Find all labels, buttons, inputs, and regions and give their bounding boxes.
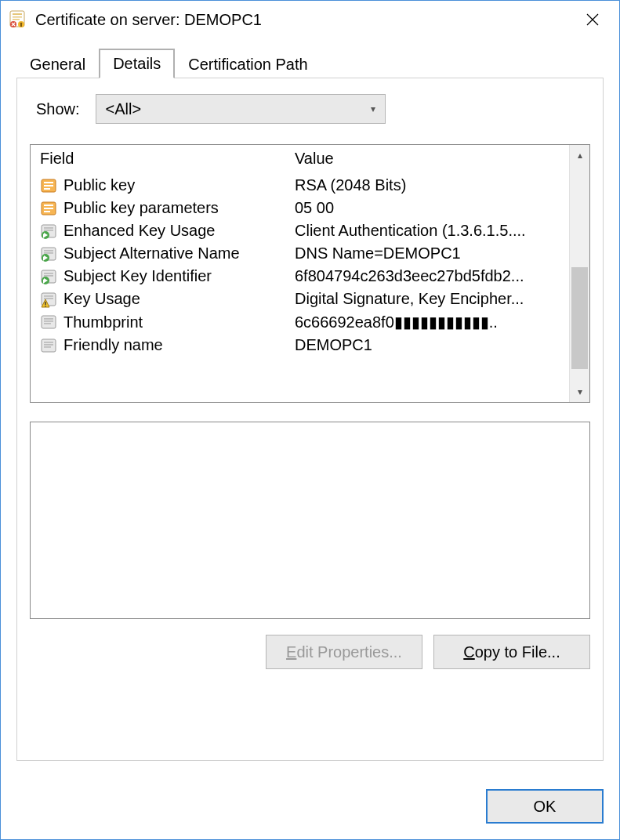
list-item[interactable]: Friendly nameDEMOPC1	[34, 334, 566, 357]
tab-details[interactable]: Details	[99, 49, 175, 78]
tab-certification-path[interactable]: Certification Path	[175, 50, 321, 78]
content-area: General Details Certification Path Show:…	[1, 38, 619, 777]
svg-rect-40	[45, 306, 45, 306]
svg-rect-47	[44, 344, 53, 346]
svg-rect-48	[44, 346, 51, 348]
svg-rect-31	[44, 273, 53, 274]
svg-rect-36	[44, 295, 53, 297]
show-label: Show:	[36, 100, 80, 118]
list-item[interactable]: Subject Alternative NameDNS Name=DEMOPC1	[34, 242, 566, 265]
svg-rect-27	[44, 252, 53, 254]
row-value: 6c66692ea8f0▮▮▮▮▮▮▮▮▮▮▮..	[295, 313, 560, 331]
field-list-rows: Public keyRSA (2048 Bits)Public key para…	[31, 174, 569, 357]
row-field: Key Usage	[63, 290, 295, 308]
cert-ext-green-icon	[40, 245, 57, 262]
svg-rect-3	[13, 19, 20, 20]
tab-strip: General Details Certification Path	[16, 46, 604, 78]
row-field: Public key	[63, 176, 295, 194]
cert-ext-plain-icon	[40, 337, 57, 354]
row-field: Friendly name	[63, 336, 295, 354]
row-field: Thumbprint	[63, 313, 295, 331]
cert-ext-warn-icon	[40, 291, 57, 308]
cert-ext-orange-icon	[40, 177, 57, 194]
svg-rect-13	[44, 182, 53, 183]
svg-rect-22	[44, 230, 53, 231]
svg-rect-17	[44, 205, 53, 206]
list-item[interactable]: Subject Key Identifier6f804794c263d3eec2…	[34, 265, 566, 288]
title-bar: Certificate on server: DEMOPC1	[1, 1, 619, 38]
window-title: Certificate on server: DEMOPC1	[35, 11, 575, 29]
cert-ext-plain-icon	[40, 313, 57, 331]
field-list: Field Value Public keyRSA (2048 Bits)Pub…	[30, 144, 590, 403]
cert-ext-green-icon	[40, 268, 57, 285]
show-select[interactable]: <All> ▾	[96, 94, 386, 124]
row-value: RSA (2048 Bits)	[295, 176, 560, 194]
svg-rect-43	[44, 320, 53, 322]
scroll-down-icon[interactable]: ▾	[570, 382, 589, 402]
show-select-value: <All>	[106, 100, 371, 118]
row-value: DEMOPC1	[295, 336, 560, 354]
cert-ext-green-icon	[40, 223, 57, 240]
svg-rect-42	[44, 318, 53, 320]
svg-rect-19	[44, 211, 50, 212]
chevron-down-icon: ▾	[371, 103, 375, 114]
close-button[interactable]	[575, 7, 610, 32]
svg-rect-41	[42, 316, 56, 328]
row-field: Subject Key Identifier	[63, 267, 295, 285]
dialog-footer: OK	[1, 777, 619, 839]
list-item[interactable]: Key UsageDigital Signature, Key Encipher…	[34, 288, 566, 310]
cert-ext-orange-icon	[40, 200, 57, 217]
svg-rect-1	[13, 13, 22, 15]
svg-rect-2	[13, 16, 22, 18]
svg-rect-18	[44, 208, 53, 209]
svg-rect-45	[42, 339, 56, 352]
svg-point-8	[20, 23, 23, 25]
svg-rect-32	[44, 275, 53, 277]
svg-rect-39	[45, 302, 45, 305]
list-item[interactable]: Public keyRSA (2048 Bits)	[34, 174, 566, 197]
row-field: Subject Alternative Name	[63, 244, 295, 262]
details-panel: Show: <All> ▾ Field Value Public keyRSA …	[16, 78, 604, 761]
svg-rect-9	[20, 24, 22, 27]
svg-rect-14	[44, 185, 53, 186]
ok-button[interactable]: OK	[486, 789, 604, 824]
copy-to-file-button[interactable]: Copy to File...	[433, 635, 590, 669]
list-item[interactable]: Public key parameters05 00	[34, 197, 566, 219]
panel-buttons: Edit Properties... Copy to File...	[30, 635, 590, 669]
scroll-track[interactable]	[570, 165, 589, 382]
field-list-main: Field Value Public keyRSA (2048 Bits)Pub…	[31, 145, 569, 402]
svg-rect-15	[44, 188, 50, 190]
svg-rect-21	[44, 227, 53, 229]
edit-properties-button: Edit Properties...	[266, 635, 422, 669]
row-value: 05 00	[295, 199, 560, 217]
row-field: Enhanced Key Usage	[63, 222, 295, 240]
row-field: Public key parameters	[63, 199, 295, 217]
detail-text-box[interactable]	[30, 422, 590, 619]
scrollbar[interactable]: ▴ ▾	[569, 145, 589, 402]
row-value: DNS Name=DEMOPC1	[295, 244, 560, 262]
show-filter-row: Show: <All> ▾	[30, 94, 590, 124]
close-icon	[586, 13, 599, 26]
row-value: 6f804794c263d3eec27bd5fdb2...	[295, 267, 560, 285]
column-value[interactable]: Value	[295, 150, 560, 168]
certificate-dialog: Certificate on server: DEMOPC1 General D…	[0, 0, 620, 840]
svg-rect-44	[44, 323, 51, 324]
field-list-header: Field Value	[31, 145, 569, 174]
list-item[interactable]: Enhanced Key UsageClient Authentication …	[34, 219, 566, 242]
scroll-thumb[interactable]	[571, 267, 588, 369]
row-value: Client Authentication (1.3.6.1.5....	[295, 222, 560, 240]
row-value: Digital Signature, Key Encipher...	[295, 290, 560, 308]
tab-general[interactable]: General	[16, 50, 99, 78]
scroll-up-icon[interactable]: ▴	[570, 145, 589, 165]
svg-rect-46	[44, 342, 53, 343]
svg-rect-26	[44, 250, 53, 252]
column-field[interactable]: Field	[40, 150, 295, 168]
certificate-icon	[9, 10, 27, 29]
list-item[interactable]: Thumbprint6c66692ea8f0▮▮▮▮▮▮▮▮▮▮▮..	[34, 310, 566, 334]
